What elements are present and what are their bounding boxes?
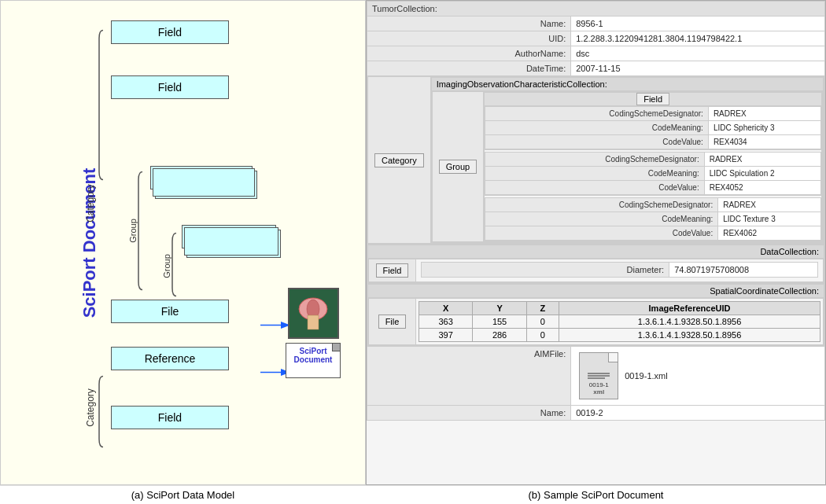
data-collection-row: DataCollection: Field: [367, 245, 825, 284]
author-label: AuthorName:: [367, 46, 571, 61]
coding-block-3: CodingSchemeDesignator:RADREX CodeMeanin…: [485, 196, 822, 241]
diameter-value: 74.8071975708008: [669, 263, 818, 278]
col-z: Z: [526, 302, 559, 315]
field-box-2: Field: [111, 75, 229, 99]
spatial-collection-row: SpatialCoordinateCollection: File: [367, 284, 825, 347]
imaging-collection-row: Category ImagingObservationCharacteristi…: [367, 76, 825, 245]
svg-text:Group: Group: [162, 254, 171, 278]
field-box-1: Field: [111, 20, 229, 44]
brain-image: [288, 288, 339, 339]
aim-file-row: AIMFile:: [367, 347, 825, 406]
field-box-5: Field: [111, 406, 229, 429]
left-caption: (a) SciPort Data Model: [0, 486, 366, 504]
file-box: File: [111, 300, 229, 323]
tumor-collection-row: TumorCollection:: [367, 2, 825, 17]
category-badge: Category: [374, 153, 424, 167]
left-panel: SciPort Document Category Category Group…: [0, 0, 366, 485]
svg-text:Group: Group: [128, 219, 138, 243]
file-icon-area: 0019-1 xml 0019-1.xml: [576, 349, 820, 403]
col-ref: ImageReferenceUID: [559, 302, 820, 315]
data-collection-label: DataCollection:: [368, 245, 824, 259]
diameter-label: Diameter:: [422, 263, 669, 278]
datetime-value: 2007-11-15: [571, 61, 825, 76]
name-row: Name: 8956-1: [367, 17, 825, 31]
diagram-area: Category Category Group Group: [48, 9, 347, 476]
right-panel: TumorCollection: Name: 8956-1 UID: 1.2.2…: [366, 0, 826, 485]
author-value: dsc: [571, 46, 825, 61]
spatial-table: X Y Z ImageReferenceUID 363: [419, 301, 820, 342]
right-table: TumorCollection: Name: 8956-1 UID: 1.2.2…: [367, 1, 825, 421]
file-icon: 0019-1 xml: [579, 352, 618, 399]
group-badge: Group: [439, 160, 478, 174]
svg-text:Category: Category: [85, 388, 96, 427]
col-y: Y: [473, 302, 526, 315]
sciport-doc-mini: SciPort Document: [286, 343, 341, 378]
name-value: 8956-1: [571, 17, 825, 31]
name2-value: 0019-2: [571, 406, 825, 421]
col-x: X: [419, 302, 473, 315]
uid-value: 1.2.288.3.1220941281.3804.1194798422.1: [571, 31, 825, 46]
svg-text:Category: Category: [85, 184, 96, 223]
author-row: AuthorName: dsc: [367, 46, 825, 61]
file-name-display: 0019-1: [589, 381, 609, 388]
reference-box: Reference: [111, 347, 229, 370]
caption-bar: (a) SciPort Data Model (b) Sample SciPor…: [0, 485, 826, 504]
uid-label: UID:: [367, 31, 571, 46]
coding-block-2: CodingSchemeDesignator:RADREX CodeMeanin…: [485, 150, 822, 196]
right-caption: (b) Sample SciPort Document: [366, 486, 826, 504]
field-badge: Field: [485, 93, 822, 106]
uid-row: UID: 1.2.288.3.1220941281.3804.119479842…: [367, 31, 825, 46]
file-badge: File: [378, 315, 407, 329]
datetime-label: DateTime:: [367, 61, 571, 76]
coding-block-1: CodingSchemeDesignator:RADREX CodeMeanin…: [485, 106, 822, 150]
imaging-collection-label: ImagingObservationCharacteristicCollecti…: [431, 78, 823, 91]
name2-label: Name:: [367, 406, 571, 421]
field2-badge: Field: [376, 263, 409, 278]
svg-rect-8: [308, 315, 319, 329]
file-display-name: 0019-1.xml: [625, 371, 667, 381]
name2-row: Name: 0019-2: [367, 406, 825, 421]
datetime-row: DateTime: 2007-11-15: [367, 61, 825, 76]
spatial-row-1: 363 155 0 1.3.6.1.4.1.9328.50.1.8956: [419, 315, 820, 329]
aim-file-label: AIMFile:: [367, 347, 571, 406]
spatial-label: SpatialCoordinateCollection:: [368, 285, 824, 298]
aim-file-value: 0019-1 xml 0019-1.xml: [571, 347, 825, 406]
spatial-row-2: 397 286 0 1.3.6.1.4.1.9328.50.1.8956: [419, 329, 820, 342]
name-label: Name:: [367, 17, 571, 31]
tumor-collection-label: TumorCollection:: [367, 2, 825, 17]
file-ext-display: xml: [593, 388, 604, 395]
